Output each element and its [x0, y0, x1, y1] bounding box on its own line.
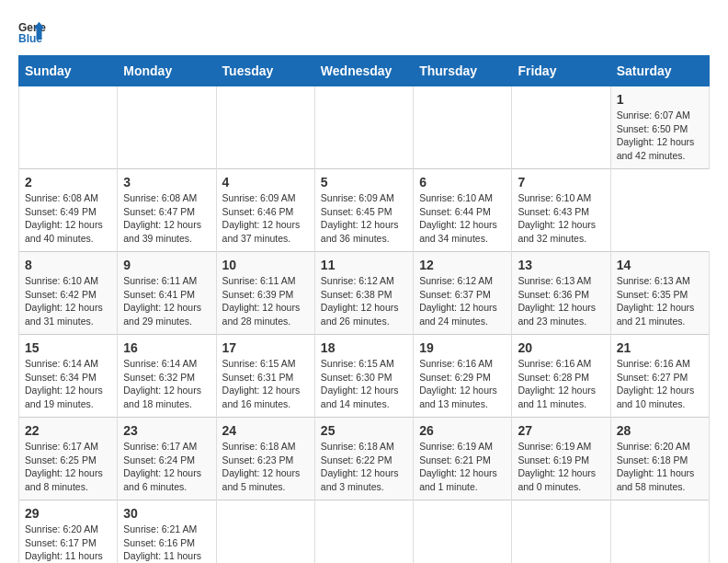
- calendar-cell: 22 Sunrise: 6:17 AM Sunset: 6:25 PM Dayl…: [19, 418, 118, 500]
- calendar-cell: [216, 500, 314, 564]
- sunset-label: Sunset: 6:50 PM: [617, 123, 688, 134]
- sunrise-label: Sunrise: 6:21 AM: [123, 523, 197, 534]
- sunset-label: Sunset: 6:44 PM: [419, 206, 491, 217]
- calendar-cell: 19 Sunrise: 6:16 AM Sunset: 6:29 PM Dayl…: [414, 335, 512, 418]
- day-number: 11: [321, 258, 407, 272]
- sunrise-label: Sunrise: 6:07 AM: [617, 109, 690, 121]
- day-number: 17: [222, 340, 309, 355]
- daylight-label: Daylight: 12 hours and 5 minutes.: [222, 467, 301, 492]
- calendar-cell: [314, 500, 413, 564]
- calendar-cell: 14 Sunrise: 6:13 AM Sunset: 6:35 PM Dayl…: [610, 252, 709, 335]
- calendar-week-row: 8 Sunrise: 6:10 AM Sunset: 6:42 PM Dayli…: [19, 252, 710, 335]
- calendar-cell: 3 Sunrise: 6:08 AM Sunset: 6:47 PM Dayli…: [118, 169, 216, 252]
- day-info: Sunrise: 6:19 AM Sunset: 6:19 PM Dayligh…: [518, 440, 604, 494]
- calendar-week-row: 15 Sunrise: 6:14 AM Sunset: 6:34 PM Dayl…: [19, 335, 710, 418]
- calendar-week-row: 2 Sunrise: 6:08 AM Sunset: 6:49 PM Dayli…: [19, 169, 710, 252]
- day-number: 8: [25, 258, 111, 272]
- daylight-label: Daylight: 11 hours and 55 minutes.: [123, 550, 201, 563]
- day-info: Sunrise: 6:10 AM Sunset: 6:42 PM Dayligh…: [25, 274, 111, 328]
- daylight-label: Daylight: 12 hours and 0 minutes.: [518, 467, 596, 492]
- day-number: 28: [617, 423, 703, 438]
- calendar-cell: [118, 86, 216, 169]
- sunset-label: Sunset: 6:37 PM: [419, 289, 491, 300]
- daylight-label: Daylight: 12 hours and 13 minutes.: [419, 385, 497, 409]
- day-info: Sunrise: 6:14 AM Sunset: 6:34 PM Dayligh…: [25, 357, 111, 411]
- daylight-label: Daylight: 12 hours and 28 minutes.: [222, 302, 301, 327]
- sunset-label: Sunset: 6:35 PM: [617, 289, 688, 300]
- calendar-cell: 2 Sunrise: 6:08 AM Sunset: 6:49 PM Dayli…: [19, 169, 118, 252]
- calendar-cell: [414, 500, 512, 564]
- day-number: 27: [518, 423, 604, 438]
- calendar-cell: 17 Sunrise: 6:15 AM Sunset: 6:31 PM Dayl…: [216, 335, 314, 418]
- header-tuesday: Tuesday: [216, 56, 314, 86]
- day-number: 21: [617, 340, 703, 355]
- daylight-label: Daylight: 12 hours and 6 minutes.: [123, 467, 201, 492]
- day-info: Sunrise: 6:12 AM Sunset: 6:37 PM Dayligh…: [419, 274, 506, 328]
- day-number: 4: [222, 175, 309, 190]
- calendar-cell: [314, 86, 413, 169]
- daylight-label: Daylight: 12 hours and 11 minutes.: [518, 385, 596, 409]
- day-number: 13: [518, 258, 604, 272]
- sunset-label: Sunset: 6:17 PM: [25, 537, 97, 548]
- daylight-label: Daylight: 12 hours and 3 minutes.: [321, 467, 399, 492]
- sunrise-label: Sunrise: 6:15 AM: [222, 358, 296, 369]
- sunset-label: Sunset: 6:25 PM: [25, 454, 97, 465]
- day-info: Sunrise: 6:08 AM Sunset: 6:47 PM Dayligh…: [123, 191, 210, 246]
- sunset-label: Sunset: 6:22 PM: [321, 454, 392, 465]
- header-sunday: Sunday: [19, 56, 118, 86]
- calendar-table: SundayMondayTuesdayWednesdayThursdayFrid…: [18, 55, 710, 563]
- sunrise-label: Sunrise: 6:14 AM: [123, 358, 197, 369]
- calendar-cell: 13 Sunrise: 6:13 AM Sunset: 6:36 PM Dayl…: [512, 252, 610, 335]
- day-info: Sunrise: 6:16 AM Sunset: 6:28 PM Dayligh…: [518, 357, 604, 411]
- daylight-label: Daylight: 11 hours and 56 minutes.: [25, 550, 103, 563]
- day-info: Sunrise: 6:07 AM Sunset: 6:50 PM Dayligh…: [617, 109, 703, 163]
- calendar-cell: 8 Sunrise: 6:10 AM Sunset: 6:42 PM Dayli…: [19, 252, 118, 335]
- day-info: Sunrise: 6:16 AM Sunset: 6:29 PM Dayligh…: [419, 357, 506, 411]
- sunset-label: Sunset: 6:31 PM: [222, 372, 294, 383]
- day-number: 12: [419, 258, 506, 272]
- calendar-cell: [512, 86, 610, 169]
- calendar-cell: 5 Sunrise: 6:09 AM Sunset: 6:45 PM Dayli…: [314, 169, 413, 252]
- daylight-label: Daylight: 12 hours and 16 minutes.: [222, 385, 301, 409]
- daylight-label: Daylight: 12 hours and 40 minutes.: [25, 219, 103, 244]
- calendar-cell: [512, 500, 610, 564]
- calendar-cell: 29 Sunrise: 6:20 AM Sunset: 6:17 PM Dayl…: [19, 500, 118, 564]
- sunrise-label: Sunrise: 6:20 AM: [25, 523, 98, 534]
- sunset-label: Sunset: 6:27 PM: [617, 372, 688, 383]
- sunrise-label: Sunrise: 6:20 AM: [617, 441, 690, 452]
- calendar-cell: 28 Sunrise: 6:20 AM Sunset: 6:18 PM Dayl…: [610, 418, 709, 500]
- sunrise-label: Sunrise: 6:13 AM: [617, 275, 690, 286]
- day-info: Sunrise: 6:13 AM Sunset: 6:35 PM Dayligh…: [617, 274, 703, 328]
- sunrise-label: Sunrise: 6:11 AM: [222, 275, 296, 286]
- calendar-cell: 26 Sunrise: 6:19 AM Sunset: 6:21 PM Dayl…: [414, 418, 512, 500]
- sunrise-label: Sunrise: 6:16 AM: [518, 358, 591, 369]
- sunset-label: Sunset: 6:23 PM: [222, 454, 294, 465]
- day-info: Sunrise: 6:20 AM Sunset: 6:18 PM Dayligh…: [617, 440, 703, 494]
- sunset-label: Sunset: 6:46 PM: [222, 206, 294, 217]
- sunrise-label: Sunrise: 6:10 AM: [419, 192, 493, 203]
- daylight-label: Daylight: 12 hours and 31 minutes.: [25, 302, 103, 327]
- sunrise-label: Sunrise: 6:13 AM: [518, 275, 591, 286]
- day-info: Sunrise: 6:09 AM Sunset: 6:46 PM Dayligh…: [222, 191, 309, 246]
- sunset-label: Sunset: 6:43 PM: [518, 206, 589, 217]
- day-number: 25: [321, 423, 407, 438]
- calendar-cell: 10 Sunrise: 6:11 AM Sunset: 6:39 PM Dayl…: [216, 252, 314, 335]
- calendar-cell: [19, 86, 118, 169]
- calendar-cell: 27 Sunrise: 6:19 AM Sunset: 6:19 PM Dayl…: [512, 418, 610, 500]
- calendar-cell: [414, 86, 512, 169]
- header-monday: Monday: [118, 56, 216, 86]
- sunset-label: Sunset: 6:39 PM: [222, 289, 294, 300]
- day-info: Sunrise: 6:18 AM Sunset: 6:23 PM Dayligh…: [222, 440, 309, 494]
- sunrise-label: Sunrise: 6:11 AM: [123, 275, 197, 286]
- daylight-label: Daylight: 12 hours and 18 minutes.: [123, 385, 201, 409]
- daylight-label: Daylight: 12 hours and 37 minutes.: [222, 219, 301, 244]
- day-info: Sunrise: 6:17 AM Sunset: 6:25 PM Dayligh…: [25, 440, 111, 494]
- day-info: Sunrise: 6:17 AM Sunset: 6:24 PM Dayligh…: [123, 440, 210, 494]
- sunrise-label: Sunrise: 6:15 AM: [321, 358, 394, 369]
- day-number: 19: [419, 340, 506, 355]
- logo-icon: General Blue: [18, 18, 46, 46]
- daylight-label: Daylight: 12 hours and 39 minutes.: [123, 219, 201, 244]
- day-info: Sunrise: 6:11 AM Sunset: 6:39 PM Dayligh…: [222, 274, 309, 328]
- sunset-label: Sunset: 6:47 PM: [123, 206, 195, 217]
- calendar-cell: 1 Sunrise: 6:07 AM Sunset: 6:50 PM Dayli…: [610, 86, 709, 169]
